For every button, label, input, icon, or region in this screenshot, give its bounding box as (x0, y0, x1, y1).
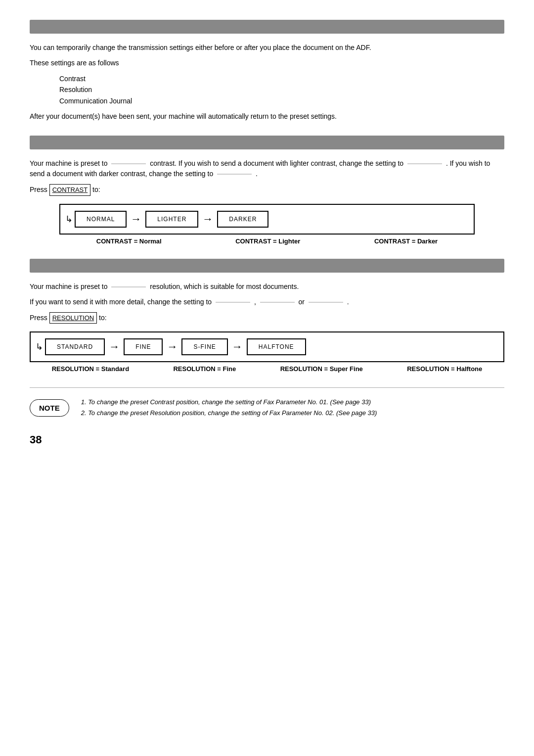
contrast-blank1 (111, 163, 146, 164)
resolution-label-sfine: RESOLUTION = Super Fine (280, 365, 363, 373)
resolution-flow-diagram: ↳ Standard → Fine → S-Fine → Halftone (30, 331, 504, 362)
note-item-2: 2. To change the preset Resolution posit… (81, 408, 377, 419)
resolution-box-sfine: S-Fine (181, 338, 227, 355)
resolution-blank4 (309, 302, 343, 303)
resolution-blank2 (216, 302, 250, 303)
section-contrast: Your machine is preset to contrast. If y… (30, 136, 504, 245)
resolution-body: Your machine is preset to resolution, wh… (30, 282, 504, 324)
resolution-label-standard: RESOLUTION = Standard (52, 365, 129, 373)
contrast-para1-end: . (256, 170, 258, 178)
contrast-press-line: Press CONTRAST to: (30, 184, 504, 196)
note-item-1: 1. To change the preset Contrast positio… (81, 397, 377, 408)
resolution-blank1 (111, 286, 146, 287)
contrast-key: CONTRAST (49, 184, 91, 196)
note-label: NOTE (30, 399, 69, 417)
resolution-para2: If you want to send it with more detail,… (30, 297, 504, 307)
section2-header (30, 136, 504, 149)
resolution-arrow-3: → (232, 340, 243, 353)
section1-para2: These settings are as follows (30, 58, 504, 68)
setting-contrast: Contrast (59, 73, 504, 84)
resolution-para1-start: Your machine is preset to (30, 283, 107, 290)
resolution-para1-mid: resolution, which is suitable for most d… (150, 283, 299, 290)
resolution-label-fine: RESOLUTION = Fine (173, 365, 236, 373)
page-number: 38 (30, 433, 504, 446)
contrast-arrow-2: → (202, 213, 213, 226)
resolution-arrow-1: → (109, 340, 120, 353)
note-text: 1. To change the preset Contrast positio… (81, 397, 377, 419)
contrast-entry-arrow: ↳ (65, 214, 73, 225)
resolution-para2-mid: , (254, 298, 256, 306)
contrast-box-normal: Normal (75, 211, 127, 228)
contrast-label-lighter: CONTRAST = Lighter (235, 237, 300, 245)
contrast-para1-start: Your machine is preset to (30, 159, 107, 167)
resolution-box-halftone: Halftone (247, 338, 306, 355)
section1-header (30, 20, 504, 34)
resolution-entry-arrow: ↳ (36, 341, 43, 352)
resolution-para2-mid2: or (299, 298, 305, 306)
resolution-label-halftone: RESOLUTION = Halftone (407, 365, 482, 373)
section1-para1: You can temporarily change the transmiss… (30, 43, 504, 53)
contrast-para1: Your machine is preset to contrast. If y… (30, 158, 504, 179)
contrast-box-darker: Darker (217, 211, 268, 228)
resolution-press-text: Press (30, 314, 47, 322)
contrast-press-to: to: (92, 186, 100, 193)
settings-list: Contrast Resolution Communication Journa… (59, 73, 504, 106)
setting-comm-journal: Communication Journal (59, 95, 504, 106)
section-transmission-settings: You can temporarily change the transmiss… (30, 20, 504, 122)
contrast-flow-labels: CONTRAST = Normal CONTRAST = Lighter CON… (59, 237, 475, 245)
resolution-blank3 (260, 302, 295, 303)
contrast-blank3 (217, 174, 252, 175)
section3-header (30, 259, 504, 273)
contrast-label-darker: CONTRAST = Darker (374, 237, 438, 245)
resolution-para2-start: If you want to send it with more detail,… (30, 298, 212, 306)
contrast-press-text: Press (30, 186, 47, 193)
setting-resolution: Resolution (59, 84, 504, 95)
contrast-box-lighter: Lighter (145, 211, 198, 228)
resolution-box-standard: Standard (45, 338, 105, 355)
resolution-key: RESOLUTION (49, 312, 97, 324)
resolution-arrow-2: → (167, 340, 178, 353)
resolution-press-to: to: (99, 314, 107, 322)
section1-para3: After your document(s) have been sent, y… (30, 111, 504, 122)
note-section: NOTE 1. To change the preset Contrast po… (30, 387, 504, 419)
contrast-para1-mid: contrast. If you wish to send a document… (150, 159, 403, 167)
contrast-label-normal: CONTRAST = Normal (96, 237, 162, 245)
resolution-para1: Your machine is preset to resolution, wh… (30, 282, 504, 292)
contrast-arrow-1: → (131, 213, 141, 226)
resolution-box-fine: Fine (124, 338, 163, 355)
section-resolution: Your machine is preset to resolution, wh… (30, 259, 504, 373)
resolution-flow-labels: RESOLUTION = Standard RESOLUTION = Fine … (30, 365, 504, 373)
contrast-blank2 (407, 163, 442, 164)
contrast-flow-diagram: ↳ Normal → Lighter → Darker (59, 204, 475, 235)
resolution-press-line: Press RESOLUTION to: (30, 312, 504, 324)
contrast-body: Your machine is preset to contrast. If y… (30, 158, 504, 196)
resolution-para2-end: . (347, 298, 349, 306)
